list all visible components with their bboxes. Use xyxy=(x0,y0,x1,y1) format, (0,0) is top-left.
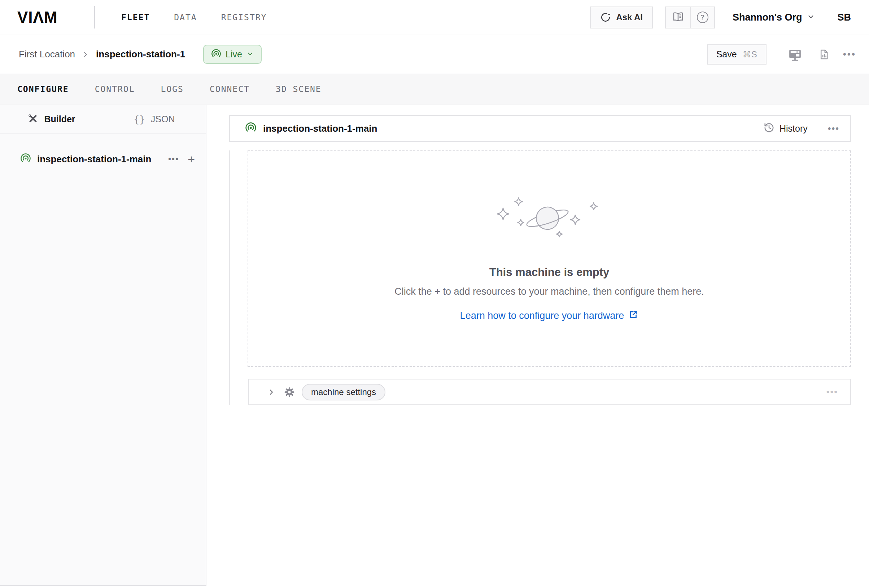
nav-link-data[interactable]: DATA xyxy=(174,13,197,22)
configure-hardware-link-label: Learn how to configure your hardware xyxy=(460,310,624,321)
tab-logs[interactable]: LOGS xyxy=(161,84,184,94)
help-button[interactable]: ? xyxy=(690,7,714,28)
tab-3d-scene[interactable]: 3D SCENE xyxy=(276,84,322,94)
part-broadcast-icon xyxy=(245,122,257,135)
builder-mode-label: Builder xyxy=(44,114,75,124)
machine-status-dropdown[interactable]: Live xyxy=(203,45,262,64)
configure-main-panel: inspection-station-1-main History ••• xyxy=(206,105,869,588)
status-badge: Live xyxy=(225,49,242,59)
history-label: History xyxy=(780,123,808,134)
braces-icon: {} xyxy=(134,114,145,125)
part-card-title: inspection-station-1-main xyxy=(263,123,377,134)
json-mode-label: JSON xyxy=(151,114,175,124)
machine-settings-pill[interactable]: machine settings xyxy=(302,384,386,400)
chevron-right-icon xyxy=(82,50,89,58)
org-name: Shannon's Org xyxy=(733,12,802,23)
part-broadcast-icon xyxy=(20,153,31,165)
editor-mode-toggle: Builder {} JSON xyxy=(0,105,206,134)
monitor-icon xyxy=(788,47,802,61)
part-card-menu-button[interactable]: ••• xyxy=(828,123,839,134)
breadcrumb-machine-name: inspection-station-1 xyxy=(96,49,185,60)
part-name-label: inspection-station-1-main xyxy=(37,154,151,165)
tab-configure[interactable]: CONFIGURE xyxy=(17,84,69,94)
breadcrumb-location[interactable]: First Location xyxy=(19,49,75,60)
file-chart-icon xyxy=(818,48,830,61)
add-resource-button[interactable]: + xyxy=(188,153,195,165)
save-button[interactable]: Save ⌘S xyxy=(707,44,767,65)
machine-settings-card: machine settings ••• xyxy=(248,379,851,405)
top-nav: VIΛM FLEET DATA REGISTRY Ask AI ? xyxy=(0,0,869,35)
ask-ai-button[interactable]: Ask AI xyxy=(590,6,653,28)
planet-sparkles-illustration xyxy=(490,190,609,249)
tools-icon xyxy=(27,113,38,126)
ask-ai-label: Ask AI xyxy=(616,12,643,22)
configure-body: Builder {} JSON inspection-station-1-mai… xyxy=(0,105,869,588)
tab-connect[interactable]: CONNECT xyxy=(210,84,250,94)
nav-divider xyxy=(94,6,95,28)
gear-icon xyxy=(284,387,295,398)
viam-logo: VIΛM xyxy=(17,8,68,26)
empty-state-title: This machine is empty xyxy=(489,266,609,279)
org-dropdown[interactable]: Shannon's Org xyxy=(733,12,815,23)
part-card-header: inspection-station-1-main History ••• xyxy=(229,115,851,142)
avatar[interactable]: SB xyxy=(837,12,851,23)
monitor-view-button[interactable] xyxy=(788,47,802,61)
ai-sparkle-refresh-icon xyxy=(600,12,611,23)
history-clock-icon xyxy=(764,122,774,135)
configure-hardware-link[interactable]: Learn how to configure your hardware xyxy=(460,310,639,322)
sidebar-item-machine-part[interactable]: inspection-station-1-main ••• + xyxy=(0,146,206,172)
history-button[interactable]: History xyxy=(764,122,808,135)
machine-tab-bar: CONFIGURE CONTROL LOGS CONNECT 3D SCENE xyxy=(0,74,869,105)
machine-overflow-menu[interactable]: ••• xyxy=(843,49,856,60)
part-tree-rule xyxy=(229,150,230,405)
docs-button[interactable] xyxy=(666,7,690,28)
chevron-down-icon xyxy=(807,13,815,22)
empty-state-description: Click the + to add resources to your mac… xyxy=(394,286,704,297)
json-mode-button[interactable]: {} JSON xyxy=(103,105,206,133)
machine-header-row: First Location inspection-station-1 Live… xyxy=(0,35,869,74)
save-label: Save xyxy=(716,49,737,59)
machine-settings-menu-button[interactable]: ••• xyxy=(826,387,838,397)
chevron-down-icon xyxy=(246,50,254,59)
nav-link-registry[interactable]: REGISTRY xyxy=(221,13,267,22)
save-shortcut: ⌘S xyxy=(743,49,757,59)
builder-mode-button[interactable]: Builder xyxy=(0,105,103,133)
external-link-icon xyxy=(628,310,638,322)
help-button-group: ? xyxy=(665,6,715,28)
config-sidebar: Builder {} JSON inspection-station-1-mai… xyxy=(0,105,206,586)
export-report-button[interactable] xyxy=(818,48,830,61)
expand-chevron-icon[interactable] xyxy=(267,388,276,397)
nav-link-fleet[interactable]: FLEET xyxy=(121,13,150,22)
live-broadcast-icon xyxy=(211,49,221,60)
empty-machine-dropzone: This machine is empty Click the + to add… xyxy=(248,150,851,367)
help-icon: ? xyxy=(697,12,709,23)
book-icon xyxy=(672,10,684,24)
part-menu-button[interactable]: ••• xyxy=(168,154,179,164)
tab-control[interactable]: CONTROL xyxy=(95,84,135,94)
